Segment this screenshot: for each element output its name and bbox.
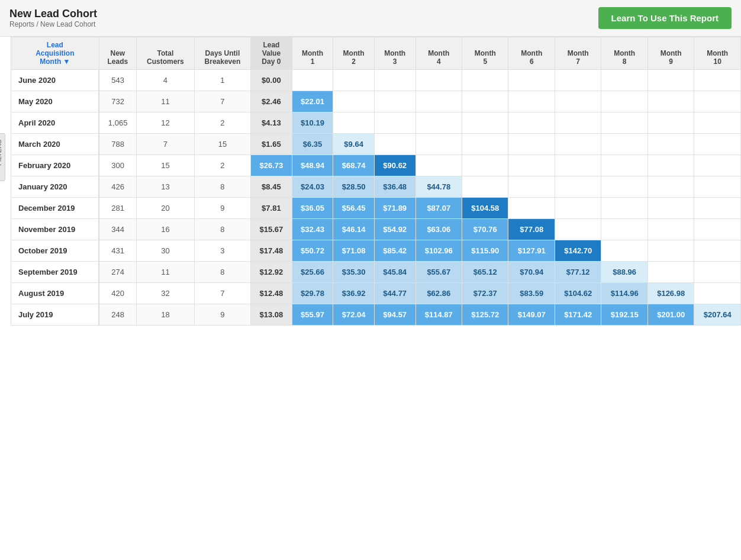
- cell-cohort-month-8: $88.96: [601, 262, 647, 283]
- cell-cohort-month-5: [462, 70, 508, 91]
- cell-cohort-month-4: [415, 70, 462, 91]
- cell-month-label: December 2019: [11, 198, 99, 219]
- cell-cohort-month-3: [374, 112, 415, 134]
- cell-new-leads: 543: [99, 70, 136, 91]
- cell-total-customers: 15: [137, 155, 195, 176]
- cell-lead-value-day0: $12.92: [251, 262, 292, 283]
- cell-cohort-month-8: $192.15: [601, 304, 647, 326]
- cell-cohort-month-2: $35.30: [333, 262, 375, 283]
- cell-lead-value-day0: $15.67: [251, 219, 292, 240]
- col-header-total-customers: Total Customers: [137, 37, 195, 70]
- col-header-days-breakeven: Days Until Breakeven: [194, 37, 250, 70]
- cell-total-customers: 11: [137, 91, 195, 112]
- cell-cohort-month-1: $22.01: [292, 91, 333, 112]
- cell-cohort-month-4: $55.67: [415, 262, 462, 283]
- col-header-new-leads: New Leads: [99, 37, 136, 70]
- cell-cohort-month-3: $45.84: [374, 262, 415, 283]
- breadcrumb-parent[interactable]: Reports: [9, 20, 34, 28]
- cell-cohort-month-5: [462, 134, 508, 155]
- cell-cohort-month-8: [601, 240, 647, 262]
- cell-cohort-month-2: $36.92: [333, 283, 375, 304]
- cell-cohort-month-9: $201.00: [647, 304, 694, 326]
- cell-new-leads: 431: [99, 240, 136, 262]
- cell-days-breakeven: 1: [194, 70, 250, 91]
- cell-new-leads: 788: [99, 134, 136, 155]
- cell-cohort-month-8: [601, 70, 647, 91]
- cell-cohort-month-2: $72.04: [333, 304, 375, 326]
- cell-cohort-month-3: $85.42: [374, 240, 415, 262]
- cell-cohort-month-10: [694, 134, 741, 155]
- cell-lead-value-day0: $13.08: [251, 304, 292, 326]
- cell-cohort-month-9: [647, 176, 694, 198]
- cell-cohort-month-6: [508, 91, 555, 112]
- cell-cohort-month-8: [601, 176, 647, 198]
- cell-cohort-month-7: [555, 134, 601, 155]
- filters-label: FILTERS: [0, 140, 2, 166]
- table-row: July 2019248189$13.08$55.97$72.04$94.57$…: [11, 304, 741, 326]
- cell-cohort-month-6: [508, 112, 555, 134]
- cell-cohort-month-2: $56.45: [333, 198, 375, 219]
- filters-tab[interactable]: ← FILTERS: [0, 133, 5, 181]
- cell-cohort-month-8: [601, 134, 647, 155]
- cell-cohort-month-7: [555, 155, 601, 176]
- cell-cohort-month-7: $142.70: [555, 240, 601, 262]
- cell-cohort-month-7: [555, 70, 601, 91]
- cell-cohort-month-6: $127.91: [508, 240, 555, 262]
- cell-month-label: June 2020: [11, 70, 99, 91]
- learn-button[interactable]: Learn To Use This Report: [598, 7, 732, 29]
- cell-cohort-month-10: [694, 262, 741, 283]
- cell-cohort-month-9: [647, 262, 694, 283]
- cell-month-label: July 2019: [11, 304, 99, 326]
- cell-month-label: October 2019: [11, 240, 99, 262]
- col-header-month3: Month 3: [374, 37, 415, 70]
- cell-cohort-month-4: $63.06: [415, 219, 462, 240]
- cell-new-leads: 1,065: [99, 112, 136, 134]
- cell-cohort-month-6: [508, 155, 555, 176]
- cell-cohort-month-1: $32.43: [292, 219, 333, 240]
- cell-cohort-month-9: [647, 219, 694, 240]
- cell-cohort-month-4: $62.86: [415, 283, 462, 304]
- cell-days-breakeven: 8: [194, 176, 250, 198]
- cell-cohort-month-9: $126.98: [647, 283, 694, 304]
- cell-cohort-month-9: [647, 91, 694, 112]
- cell-cohort-month-9: [647, 112, 694, 134]
- header: New Lead Cohort Reports / New Lead Cohor…: [0, 0, 741, 37]
- cell-total-customers: 32: [137, 283, 195, 304]
- cell-cohort-month-4: $114.87: [415, 304, 462, 326]
- col-header-lead-value-day0: Lead Value Day 0: [251, 37, 292, 70]
- cell-cohort-month-10: [694, 198, 741, 219]
- cell-cohort-month-1: [292, 70, 333, 91]
- cell-cohort-month-5: [462, 112, 508, 134]
- page-title: New Lead Cohort: [9, 8, 97, 20]
- cell-cohort-month-7: [555, 91, 601, 112]
- cell-cohort-month-9: [647, 70, 694, 91]
- cell-lead-value-day0: $26.73: [251, 155, 292, 176]
- cell-new-leads: 732: [99, 91, 136, 112]
- cell-cohort-month-5: $70.76: [462, 219, 508, 240]
- cell-lead-value-day0: $4.13: [251, 112, 292, 134]
- cell-days-breakeven: 3: [194, 240, 250, 262]
- cell-new-leads: 426: [99, 176, 136, 198]
- cell-lead-value-day0: $17.48: [251, 240, 292, 262]
- cell-days-breakeven: 9: [194, 198, 250, 219]
- cell-cohort-month-10: [694, 219, 741, 240]
- cell-cohort-month-1: $55.97: [292, 304, 333, 326]
- cell-total-customers: 20: [137, 198, 195, 219]
- cell-new-leads: 420: [99, 283, 136, 304]
- cell-cohort-month-4: [415, 155, 462, 176]
- cell-cohort-month-9: [647, 134, 694, 155]
- cell-cohort-month-1: $48.94: [292, 155, 333, 176]
- cell-total-customers: 30: [137, 240, 195, 262]
- cohort-table: Lead Acquisition Month ▼ New Leads Total…: [11, 37, 741, 326]
- cell-cohort-month-10: [694, 176, 741, 198]
- cell-cohort-month-2: $28.50: [333, 176, 375, 198]
- cell-cohort-month-4: [415, 134, 462, 155]
- cell-lead-value-day0: $1.65: [251, 134, 292, 155]
- cell-cohort-month-4: [415, 112, 462, 134]
- cell-total-customers: 11: [137, 262, 195, 283]
- header-left: New Lead Cohort Reports / New Lead Cohor…: [9, 8, 97, 28]
- cell-days-breakeven: 7: [194, 283, 250, 304]
- cell-cohort-month-3: $71.89: [374, 198, 415, 219]
- cell-cohort-month-4: $102.96: [415, 240, 462, 262]
- cell-cohort-month-2: $68.74: [333, 155, 375, 176]
